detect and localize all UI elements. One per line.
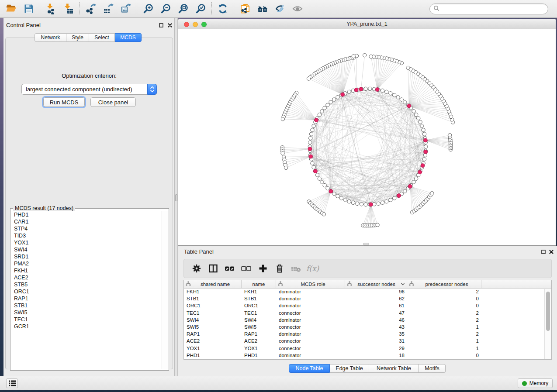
mcds-result-item[interactable]: GCR1 [11, 323, 162, 330]
splitter-grip[interactable] [175, 194, 177, 201]
share-document-icon[interactable] [236, 1, 254, 16]
mcds-result-item[interactable]: STB5 [11, 281, 162, 288]
column-header-name[interactable]: name [242, 280, 276, 288]
tab-node-table[interactable]: Node Table [289, 364, 330, 373]
tab-style[interactable]: Style [66, 33, 89, 42]
close-table-panel-icon[interactable] [548, 249, 554, 254]
network-graph[interactable] [179, 29, 555, 245]
float-table-panel-icon[interactable] [540, 249, 546, 254]
table-header-row: shared namenameMCDS rolesuccessor nodesp… [184, 280, 551, 289]
mcds-result-item[interactable]: SWI5 [11, 309, 162, 316]
deselect-all-icon[interactable] [238, 261, 255, 276]
close-panel-button[interactable]: Close panel [90, 97, 136, 107]
mcds-result-item[interactable]: CAR1 [11, 218, 162, 225]
zoom-in-icon[interactable] [139, 1, 157, 16]
memory-label: Memory [529, 380, 548, 386]
mcds-result-item[interactable]: ORC1 [11, 288, 162, 295]
column-header-MCDS-role[interactable]: MCDS role [276, 280, 345, 288]
toolbar-buttons [3, 1, 306, 16]
mcds-result-item[interactable]: FKH1 [11, 267, 162, 274]
table-row[interactable]: SWI5SWI5connector431 [184, 324, 551, 331]
table-row[interactable]: PHD1PHD1dominator180 [184, 352, 551, 359]
cell-successor-nodes: 29 [345, 345, 407, 352]
tab-motifs[interactable]: Motifs [419, 364, 446, 373]
column-header-predecessor-nodes[interactable]: predecessor nodes [407, 280, 481, 288]
window-close-icon[interactable] [184, 22, 189, 27]
task-history-button[interactable] [6, 378, 18, 388]
table-row[interactable]: ACE2ACE2connector311 [184, 338, 551, 345]
window-minimize-icon[interactable] [193, 22, 198, 27]
mcds-result-scrollbar[interactable] [162, 211, 168, 369]
refresh-icon[interactable] [214, 1, 232, 16]
open-file-icon[interactable] [3, 1, 20, 16]
settings-gear-icon[interactable] [188, 261, 205, 276]
table-scrollbar-thumb[interactable] [546, 292, 550, 331]
cell-MCDS-role: connector [276, 324, 345, 331]
tab-network[interactable]: Network [35, 33, 66, 42]
add-column-icon[interactable] [255, 261, 271, 276]
show-hide-icon [289, 1, 306, 16]
mcds-result-item[interactable]: STB1 [11, 302, 162, 309]
tab-mcds[interactable]: MCDS [115, 33, 142, 42]
table-row[interactable]: SWI4SWI4dominator462 [184, 317, 551, 324]
memory-button[interactable]: Memory [518, 378, 553, 388]
mcds-result-item[interactable]: PMA2 [11, 260, 162, 267]
table-panel: Table Panel f(x) shared namenameMCDS rol… [178, 246, 557, 376]
cell-name: SWI4 [242, 317, 276, 324]
import-network-icon[interactable] [42, 1, 60, 16]
table-row[interactable]: YOX1YOX1connector291 [184, 345, 551, 352]
select-all-icon[interactable] [221, 261, 238, 276]
search-input[interactable] [439, 6, 544, 12]
search-box[interactable] [429, 3, 548, 14]
column-layout-icon[interactable] [205, 261, 221, 276]
mcds-result-item[interactable]: TID3 [11, 232, 162, 239]
save-session-icon[interactable] [20, 1, 38, 16]
tab-select[interactable]: Select [89, 33, 115, 42]
table-row[interactable]: FKH1FKH1dominator962 [184, 289, 551, 296]
network-window-titlebar[interactable]: YPA_prune.txt_1 [178, 19, 556, 29]
mcds-result-item[interactable]: STP4 [11, 225, 162, 232]
network-canvas[interactable] [179, 29, 555, 245]
column-header-shared-name[interactable]: shared name [184, 280, 242, 288]
mcds-result-item[interactable]: PHD1 [11, 211, 162, 218]
mcds-result-item[interactable]: ACE2 [11, 274, 162, 281]
cell-shared-name: SWI5 [184, 324, 242, 331]
vertical-splitter[interactable] [175, 18, 178, 376]
mcds-result-item[interactable]: TEC1 [11, 316, 162, 323]
optimization-criterion-select[interactable]: largest connected component (undirected) [21, 84, 157, 95]
mcds-result-item[interactable]: SWI4 [11, 246, 162, 253]
mcds-result-item[interactable]: SRD1 [11, 253, 162, 260]
table-row[interactable]: TEC1TEC1connector472 [184, 310, 551, 317]
export-table-icon[interactable] [100, 1, 117, 16]
float-panel-icon[interactable] [158, 22, 164, 28]
table-row[interactable]: STB1STB1dominator620 [184, 296, 551, 303]
close-panel-icon[interactable] [167, 22, 173, 28]
mcds-result-list[interactable]: PHD1CAR1STP4TID3YOX1SWI4SRD1PMA2FKH1ACE2… [11, 211, 162, 369]
zoom-out-icon[interactable] [157, 1, 174, 16]
export-network-icon[interactable] [82, 1, 100, 16]
tab-network-table[interactable]: Network Table [369, 364, 419, 373]
export-image-icon[interactable] [117, 1, 135, 16]
cell-successor-nodes: 61 [345, 303, 407, 309]
network-home-icon[interactable] [254, 1, 271, 16]
column-header-successor-nodes[interactable]: successor nodes [345, 280, 407, 288]
window-zoom-icon[interactable] [201, 22, 207, 27]
table-row[interactable]: ORC1ORC1dominator610 [184, 303, 551, 309]
table-row[interactable]: RAP1RAP1dominator352 [184, 331, 551, 338]
run-mcds-button[interactable]: Run MCDS [43, 97, 85, 107]
delete-column-icon[interactable] [271, 261, 288, 276]
horizontal-splitter-grip[interactable] [363, 243, 369, 245]
cell-MCDS-role: dominator [276, 303, 345, 309]
cell-successor-nodes: 35 [345, 331, 407, 338]
zoom-fit-icon[interactable] [174, 1, 192, 16]
table-scrollbar[interactable] [544, 289, 551, 359]
mcds-result-item[interactable]: RAP1 [11, 295, 162, 302]
vizmapper-icon[interactable] [271, 1, 289, 16]
mcds-result-item[interactable]: YOX1 [11, 239, 162, 246]
import-table-icon[interactable] [60, 1, 77, 16]
table-toolbar: f(x) [183, 259, 552, 278]
zoom-selected-icon[interactable] [192, 1, 209, 16]
main-toolbar [0, 0, 557, 18]
tab-edge-table[interactable]: Edge Table [330, 364, 369, 373]
cell-name: TEC1 [242, 310, 276, 317]
